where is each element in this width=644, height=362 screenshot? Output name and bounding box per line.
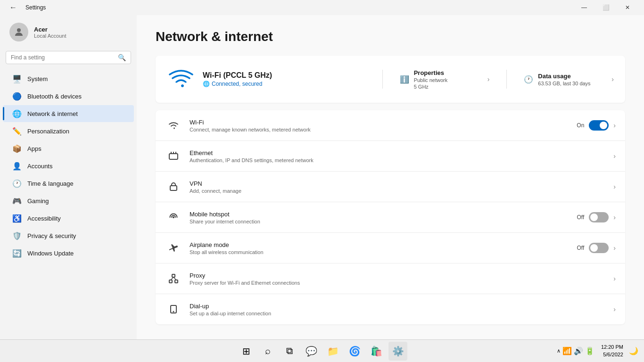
taskbar-store[interactable]: 🛍️ — [367, 342, 386, 361]
nav-label-time: Time & language — [27, 180, 74, 187]
user-section: Acer Local Account — [0, 15, 137, 51]
settings-item-airplane[interactable]: Airplane mode Stop all wireless communic… — [156, 233, 625, 263]
hotspot-toggle-label: Off — [577, 214, 585, 221]
wifi-prop-block: Properties Public network 5 GHz — [414, 69, 480, 90]
minimize-button[interactable]: — — [573, 0, 595, 15]
data-usage-block: Data usage 63.53 GB, last 30 days — [538, 73, 604, 86]
taskbar-start[interactable]: ⊞ — [237, 342, 256, 361]
svg-rect-1 — [169, 154, 178, 159]
settings-item-hotspot[interactable]: Mobile hotspot Share your internet conne… — [156, 202, 625, 233]
hotspot-subtitle: Share your internet connection — [190, 219, 570, 224]
properties-label: Properties — [414, 69, 444, 76]
vpn-subtitle: Add, connect, manage — [190, 188, 606, 194]
wifi-subtitle: Connect, manage known networks, metered … — [190, 127, 569, 132]
sidebar-item-accounts[interactable]: 👤 Accounts — [3, 157, 134, 174]
clock-date: 5/6/2022 — [601, 351, 623, 358]
titlebar-controls: — ⬜ ✕ — [573, 0, 638, 15]
nav-icon-apps: 📦 — [12, 144, 22, 153]
nav-label-accessibility: Accessibility — [27, 215, 61, 222]
settings-item-dialup[interactable]: Dial-up Set up a dial-up internet connec… — [156, 294, 625, 324]
properties-sub1: Public network — [414, 77, 448, 83]
dialup-subtitle: Set up a dial-up internet connection — [190, 311, 606, 316]
system-clock[interactable]: 12:20 PM 5/6/2022 — [601, 344, 623, 358]
data-usage-sub: 63.53 GB, last 30 days — [538, 81, 590, 86]
nav-icon-bluetooth: 🔵 — [12, 91, 22, 101]
taskbar-explorer[interactable]: 📁 — [323, 342, 342, 361]
volume-icon: 🔊 — [574, 346, 583, 355]
wifi-info: Wi-Fi (PCCL 5 GHz) 🌐 Connected, secured — [203, 71, 365, 87]
settings-item-ethernet[interactable]: Ethernet Authentication, IP and DNS sett… — [156, 141, 625, 172]
taskbar-chat[interactable]: 💬 — [302, 342, 321, 361]
wifi-hero-icon — [167, 65, 195, 93]
nav-label-personalization: Personalization — [27, 128, 69, 135]
taskbar-taskview[interactable]: ⧉ — [280, 342, 299, 361]
wifi-hero-card[interactable]: Wi-Fi (PCCL 5 GHz) 🌐 Connected, secured … — [156, 56, 625, 103]
wifi-ssid: Wi-Fi (PCCL 5 GHz) — [203, 71, 365, 80]
svg-line-11 — [173, 277, 176, 280]
taskbar-search[interactable]: ⌕ — [258, 342, 277, 361]
taskbar-settings[interactable]: ⚙️ — [388, 342, 407, 361]
hotspot-toggle[interactable] — [589, 212, 609, 222]
search-input[interactable] — [11, 54, 114, 61]
nav-label-gaming: Gaming — [27, 197, 49, 205]
notification-icon[interactable]: 🌙 — [629, 346, 638, 355]
sidebar-item-time[interactable]: 🕐 Time & language — [3, 175, 134, 192]
airplane-title: Airplane mode — [190, 241, 570, 248]
airplane-text: Airplane mode Stop all wireless communic… — [190, 241, 570, 255]
wifi-toggle[interactable] — [589, 120, 609, 131]
dialup-chevron: › — [613, 305, 616, 313]
wifi-icon — [165, 117, 182, 134]
sidebar-item-privacy[interactable]: 🛡️ Privacy & security — [3, 227, 134, 244]
sidebar-item-network[interactable]: 🌐 Network & internet — [3, 105, 134, 122]
data-usage-label: Data usage — [538, 73, 570, 80]
sidebar-item-bluetooth[interactable]: 🔵 Bluetooth & devices — [3, 88, 134, 105]
dialup-text: Dial-up Set up a dial-up internet connec… — [190, 303, 606, 316]
airplane-toggle-thumb — [590, 244, 598, 252]
main-content: Network & internet Wi-Fi (PCCL 5 GHz) 🌐 … — [137, 15, 644, 339]
settings-item-wifi[interactable]: Wi-Fi Connect, manage known networks, me… — [156, 110, 625, 141]
user-account-type: Local Account — [34, 33, 66, 39]
wifi-toggle-label: On — [577, 122, 584, 129]
close-button[interactable]: ✕ — [617, 0, 638, 15]
dialup-title: Dial-up — [190, 303, 606, 310]
properties-info-icon: ℹ️ — [400, 75, 409, 84]
nav-icon-accessibility: ♿ — [12, 214, 22, 223]
sidebar-item-system[interactable]: 🖥️ System — [3, 70, 134, 87]
ethernet-subtitle: Authentication, IP and DNS settings, met… — [190, 157, 606, 163]
svg-point-13 — [173, 311, 174, 313]
chevron-up-icon[interactable]: ∧ — [557, 348, 561, 354]
avatar — [9, 23, 28, 41]
taskbar-center: ⊞⌕⧉💬📁🌀🛍️⚙️ — [237, 342, 407, 361]
ethernet-icon — [165, 148, 182, 165]
svg-rect-5 — [170, 186, 177, 190]
nav-label-apps: Apps — [27, 145, 41, 152]
settings-item-proxy[interactable]: Proxy Proxy server for Wi-Fi and Etherne… — [156, 263, 625, 294]
airplane-chevron: › — [613, 244, 616, 252]
sidebar-item-apps[interactable]: 📦 Apps — [3, 140, 134, 157]
sidebar-item-personalization[interactable]: ✏️ Personalization — [3, 123, 134, 140]
nav-label-update: Windows Update — [27, 250, 74, 257]
nav-list: 🖥️ System 🔵 Bluetooth & devices 🌐 Networ… — [0, 70, 137, 262]
sidebar-item-update[interactable]: 🔄 Windows Update — [3, 245, 134, 262]
airplane-toggle[interactable] — [589, 243, 609, 253]
sidebar-item-gaming[interactable]: 🎮 Gaming — [3, 192, 134, 209]
sidebar-item-accessibility[interactable]: ♿ Accessibility — [3, 210, 134, 227]
data-usage-chevron: › — [611, 75, 614, 83]
wifi-chevron: › — [613, 122, 616, 129]
taskbar-edge[interactable]: 🌀 — [345, 342, 364, 361]
ethernet-text: Ethernet Authentication, IP and DNS sett… — [190, 149, 606, 163]
svg-point-0 — [17, 28, 21, 32]
settings-item-vpn[interactable]: VPN Add, connect, manage › — [156, 172, 625, 202]
airplane-toggle-label: Off — [577, 245, 585, 251]
properties-chevron: › — [487, 75, 490, 83]
data-usage-section: 🕐 Data usage 63.53 GB, last 30 days — [524, 73, 604, 86]
maximize-button[interactable]: ⬜ — [595, 0, 617, 15]
hotspot-text: Mobile hotspot Share your internet conne… — [190, 211, 570, 224]
ethernet-chevron: › — [613, 152, 616, 160]
search-box[interactable]: 🔍 — [6, 51, 131, 64]
wifi-divider2 — [506, 70, 507, 89]
svg-rect-7 — [169, 280, 172, 283]
properties-sub2: 5 GHz — [414, 84, 429, 90]
back-button[interactable]: ← — [6, 1, 21, 14]
wifi-tray-icon: 📶 — [562, 346, 572, 355]
